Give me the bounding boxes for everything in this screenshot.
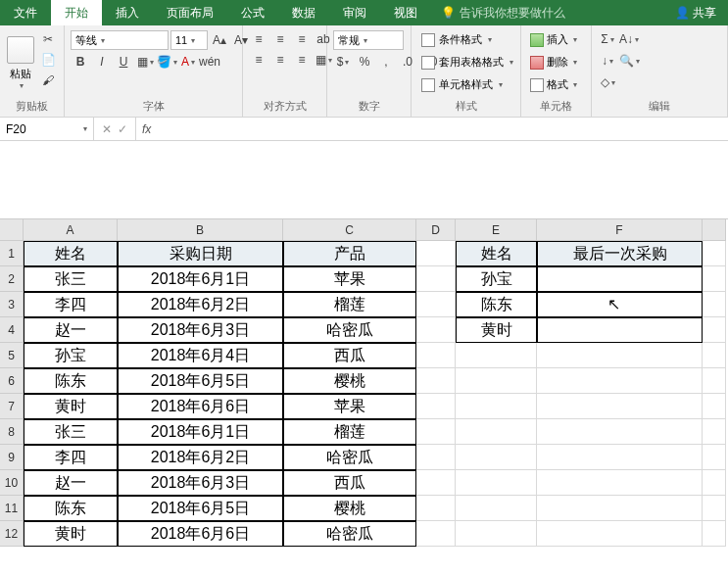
cell-A12[interactable]: 黄时 (24, 521, 118, 547)
cell-B3[interactable]: 2018年6月2日 (118, 292, 283, 317)
cell-B12[interactable]: 2018年6月6日 (118, 521, 283, 547)
cell-D7[interactable] (416, 394, 456, 419)
cell-A6[interactable]: 陈东 (24, 368, 118, 394)
sort-filter-button[interactable]: A↓▾ (619, 30, 639, 48)
cell-E2[interactable]: 孙宝 (456, 266, 537, 292)
col-header-B[interactable]: B (118, 219, 283, 241)
cell-D3[interactable] (416, 292, 456, 317)
fx-icon[interactable]: fx (136, 122, 157, 136)
col-header-D[interactable]: D (416, 219, 456, 241)
cell-F1[interactable]: 最后一次采购 (537, 241, 703, 266)
row-header[interactable]: 8 (0, 419, 24, 445)
cell-F4[interactable] (537, 317, 703, 343)
cell-A1[interactable]: 姓名 (24, 241, 118, 266)
col-header-F[interactable]: F (537, 219, 703, 241)
tab-file[interactable]: 文件 (0, 0, 51, 25)
cell-D11[interactable] (416, 496, 456, 521)
number-format-combo[interactable]: 常规▾ (333, 30, 404, 50)
cell-A2[interactable]: 张三 (24, 266, 118, 292)
conditional-format-button[interactable]: 条件格式▾ (417, 30, 496, 49)
cell-extra[interactable] (703, 292, 726, 317)
row-header[interactable]: 7 (0, 394, 24, 419)
cell-C2[interactable]: 苹果 (283, 266, 416, 292)
font-size-combo[interactable]: 11▾ (170, 30, 208, 50)
cell-D10[interactable] (416, 470, 456, 496)
cell-A10[interactable]: 赵一 (24, 470, 118, 496)
cell-extra[interactable] (703, 266, 726, 292)
cell-E8[interactable] (456, 419, 537, 445)
cell-C3[interactable]: 榴莲 (283, 292, 416, 317)
cell-E11[interactable] (456, 496, 537, 521)
cell-D8[interactable] (416, 419, 456, 445)
font-name-combo[interactable]: 等线▾ (71, 30, 169, 50)
cell-extra[interactable] (703, 419, 726, 445)
tab-formulas[interactable]: 公式 (227, 0, 278, 25)
col-header-C[interactable]: C (283, 219, 416, 241)
cell-D6[interactable] (416, 368, 456, 394)
row-header[interactable]: 6 (0, 368, 24, 394)
row-header[interactable]: 4 (0, 317, 24, 343)
tab-home[interactable]: 开始 (51, 0, 102, 25)
cell-D12[interactable] (416, 521, 456, 547)
cell-extra[interactable] (703, 368, 726, 394)
autosum-button[interactable]: Σ▾ (598, 30, 617, 48)
row-header[interactable]: 9 (0, 445, 24, 470)
increase-font-button[interactable]: A▴ (210, 31, 229, 49)
cell-F10[interactable] (537, 470, 703, 496)
cell-B1[interactable]: 采购日期 (118, 241, 283, 266)
cell-B7[interactable]: 2018年6月6日 (118, 394, 283, 419)
cell-C7[interactable]: 苹果 (283, 394, 416, 419)
tab-insert[interactable]: 插入 (102, 0, 153, 25)
cell-extra[interactable] (703, 394, 726, 419)
cell-C9[interactable]: 哈密瓜 (283, 445, 416, 470)
cell-E9[interactable] (456, 445, 537, 470)
cell-B4[interactable]: 2018年6月3日 (118, 317, 283, 343)
cell-E10[interactable] (456, 470, 537, 496)
cell-C8[interactable]: 榴莲 (283, 419, 416, 445)
cell-B5[interactable]: 2018年6月4日 (118, 343, 283, 368)
cell-A5[interactable]: 孙宝 (24, 343, 118, 368)
share-button[interactable]: 👤 共享 (663, 5, 728, 22)
cell-F5[interactable] (537, 343, 703, 368)
cell-F11[interactable] (537, 496, 703, 521)
col-header-E[interactable]: E (456, 219, 537, 241)
cell-F12[interactable] (537, 521, 703, 547)
tab-review[interactable]: 审阅 (329, 0, 380, 25)
currency-button[interactable]: $▾ (333, 53, 353, 71)
col-header-extra[interactable] (703, 219, 726, 241)
cell-B6[interactable]: 2018年6月5日 (118, 368, 283, 394)
cell-D4[interactable] (416, 317, 456, 343)
align-center-button[interactable]: ≡ (270, 51, 290, 69)
cell-D5[interactable] (416, 343, 456, 368)
cell-D1[interactable] (416, 241, 456, 266)
cell-C4[interactable]: 哈密瓜 (283, 317, 416, 343)
cell-F2[interactable] (537, 266, 703, 292)
cell-extra[interactable] (703, 241, 726, 266)
cell-style-button[interactable]: 单元格样式▾ (417, 75, 507, 94)
cell-C1[interactable]: 产品 (283, 241, 416, 266)
italic-button[interactable]: I (92, 53, 112, 71)
fill-button[interactable]: ↓▾ (598, 52, 617, 70)
clear-button[interactable]: ◇▾ (598, 73, 617, 91)
cell-C10[interactable]: 西瓜 (283, 470, 416, 496)
cell-C6[interactable]: 樱桃 (283, 368, 416, 394)
cell-F9[interactable] (537, 445, 703, 470)
percent-button[interactable]: % (355, 53, 374, 71)
cell-B8[interactable]: 2018年6月1日 (118, 419, 283, 445)
cell-A4[interactable]: 赵一 (24, 317, 118, 343)
copy-button[interactable]: 📄 (38, 51, 58, 69)
row-header[interactable]: 2 (0, 266, 24, 292)
insert-cells-button[interactable]: 插入▾ (527, 30, 580, 49)
format-cells-button[interactable]: 格式▾ (527, 75, 580, 94)
tab-page-layout[interactable]: 页面布局 (153, 0, 227, 25)
accept-formula-button[interactable]: ✓ (118, 122, 127, 136)
row-header[interactable]: 11 (0, 496, 24, 521)
fill-color-button[interactable]: 🪣▾ (157, 53, 176, 71)
cell-extra[interactable] (703, 521, 726, 547)
find-button[interactable]: 🔍▾ (619, 52, 639, 70)
align-right-button[interactable]: ≡ (292, 51, 312, 69)
cell-C12[interactable]: 哈密瓜 (283, 521, 416, 547)
cell-D9[interactable] (416, 445, 456, 470)
align-bottom-button[interactable]: ≡ (292, 30, 312, 48)
cell-E4[interactable]: 黄时 (456, 317, 537, 343)
